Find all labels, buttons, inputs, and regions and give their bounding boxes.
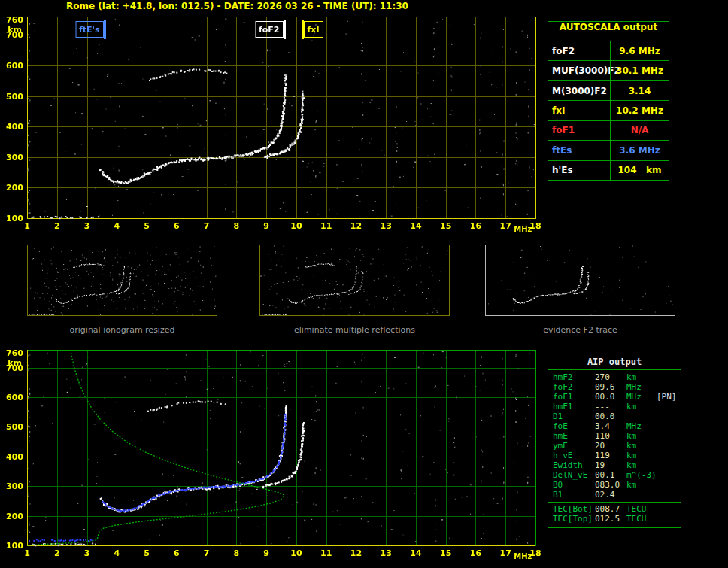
station-header: Rome (lat: +41.8, lon: 012.5) - DATE: 20…: [66, 1, 408, 11]
aip-param: Ewidth: [553, 460, 595, 470]
aip-unit: TECU: [626, 504, 657, 514]
autoscala-value: N/A: [610, 121, 669, 140]
aip-unit: MHz: [626, 382, 657, 392]
autoscala-param: ftEs: [548, 141, 610, 159]
autoscala-value: 3.14: [610, 81, 669, 100]
aip-param: DelN_vE: [553, 470, 595, 480]
aip-row: hmF2270km: [548, 372, 681, 382]
aip-param: hmF2: [553, 372, 595, 382]
thumbnail-caption: eliminate multiple reflections: [259, 325, 450, 335]
aip-param: foF2: [553, 382, 595, 392]
aip-extra: [PN]: [657, 392, 677, 402]
aip-value: 083.0: [595, 480, 626, 490]
top-ionogram-plot: [0, 14, 545, 237]
aip-row: foE3.4MHz: [548, 421, 681, 431]
autoscala-param: M(3000)F2: [548, 81, 610, 100]
aip-unit: km: [626, 451, 657, 460]
aip-unit: km: [626, 441, 657, 451]
autoscala-table-rows: foF29.6 MHzMUF(3000)F230.1 MHzM(3000)F23…: [548, 41, 669, 180]
aip-row: TEC[Bot]008.7TECU: [548, 504, 681, 514]
autoscala-row-5: ftEs3.6 MHz: [548, 141, 669, 160]
aip-unit: km: [626, 431, 657, 441]
autoscala-row-1: MUF(3000)F230.1 MHz: [548, 61, 669, 80]
aip-row: hmF1---km: [548, 402, 681, 412]
aip-unit: TECU: [626, 514, 657, 524]
autoscala-param: foF1: [548, 121, 610, 140]
aip-row: B0083.0km: [548, 480, 681, 490]
aip-value: 00.0: [595, 392, 626, 402]
aip-param: ymE: [553, 441, 595, 451]
thumbnail-original: [27, 245, 217, 316]
aip-value: 008.7: [595, 504, 626, 514]
aip-param: TEC[Bot]: [553, 504, 595, 514]
autoscala-row-4: foF1N/A: [548, 121, 669, 141]
aip-row: h_vE119km: [548, 451, 681, 460]
aip-unit: m^(-3): [626, 470, 657, 480]
thumbnail-filtered-canvas: [260, 245, 449, 315]
aip-param: foF1: [553, 392, 595, 402]
aip-value: 00.1: [595, 470, 626, 480]
autoscala-value: 30.1 MHz: [610, 61, 669, 80]
aip-output-table: AIP output hmF2270kmfoF209.6MHzfoF100.0M…: [548, 354, 681, 528]
aip-value: 012.5: [595, 514, 626, 524]
aip-row: hmE110km: [548, 431, 681, 441]
bottom-profile-plot: [0, 346, 545, 568]
autoscala-table-title: AUTOSCALA output: [548, 22, 669, 41]
aip-row: TEC[Top]012.5TECU: [548, 514, 681, 524]
autoscala-param: foF2: [548, 41, 610, 60]
aip-value: 02.4: [595, 490, 626, 500]
aip-row: DelN_vE00.1m^(-3): [548, 470, 681, 480]
aip-value: 09.6: [595, 382, 626, 392]
thumbnail-caption: original ionogram resized: [27, 325, 217, 335]
aip-row: D100.0: [548, 412, 681, 421]
aip-unit: MHz: [626, 421, 657, 431]
thumbnail-f2trace: [485, 245, 675, 316]
thumbnail-original-canvas: [28, 245, 217, 315]
aip-unit: [626, 412, 657, 421]
aip-unit: km: [626, 460, 657, 470]
aip-value: 00.0: [595, 412, 626, 421]
aip-table-title: AIP output: [548, 354, 681, 369]
tec-rows: TEC[Bot]008.7TECUTEC[Top]012.5TECU: [548, 504, 681, 524]
tec-divider: [548, 502, 681, 503]
aip-value: 20: [595, 441, 626, 451]
aip-param: foE: [553, 421, 595, 431]
aip-row: foF100.0MHz[PN]: [548, 392, 681, 402]
autoscala-row-6: h'Es104 km: [548, 161, 669, 180]
aip-param: B0: [553, 480, 595, 490]
autoscala-row-2: M(3000)F23.14: [548, 81, 669, 101]
aip-table-rows: hmF2270kmfoF209.6MHzfoF100.0MHz[PN]hmF1-…: [548, 372, 681, 500]
aip-unit: [626, 490, 657, 500]
aip-param: hmF1: [553, 402, 595, 412]
thumbnail-f2trace-canvas: [486, 245, 675, 315]
aip-value: 119: [595, 451, 626, 460]
autoscala-row-3: fxI10.2 MHz: [548, 101, 669, 120]
aip-row: foF209.6MHz: [548, 382, 681, 392]
autoscala-param: MUF(3000)F2: [548, 61, 610, 80]
thumbnail-filtered: [259, 245, 450, 316]
aip-row: ymE20km: [548, 441, 681, 451]
autoscala-output-table: AUTOSCALA output foF29.6 MHzMUF(3000)F23…: [548, 21, 669, 181]
aip-param: D1: [553, 412, 595, 421]
aip-unit: km: [626, 480, 657, 490]
aip-value: 19: [595, 460, 626, 470]
aip-value: 3.4: [595, 421, 626, 431]
thumbnail-caption: evidence F2 trace: [485, 325, 675, 335]
autoscala-param: h'Es: [548, 161, 610, 180]
aip-value: 110: [595, 431, 626, 441]
aip-row: B102.4: [548, 490, 681, 500]
aip-title-divider: [548, 369, 681, 370]
autoscala-param: fxI: [548, 101, 610, 120]
autoscala-row-0: foF29.6 MHz: [548, 41, 669, 61]
aip-value: ---: [595, 402, 626, 412]
aip-row: Ewidth19km: [548, 460, 681, 470]
aip-unit: km: [626, 402, 657, 412]
aip-unit: MHz: [626, 392, 657, 402]
aip-unit: km: [626, 372, 657, 382]
aip-param: hmE: [553, 431, 595, 441]
aip-param: B1: [553, 490, 595, 500]
autoscala-value: 10.2 MHz: [610, 101, 669, 120]
autoscala-value: 3.6 MHz: [610, 141, 669, 159]
autoscala-value: 104 km: [610, 161, 669, 180]
aip-param: h_vE: [553, 451, 595, 460]
